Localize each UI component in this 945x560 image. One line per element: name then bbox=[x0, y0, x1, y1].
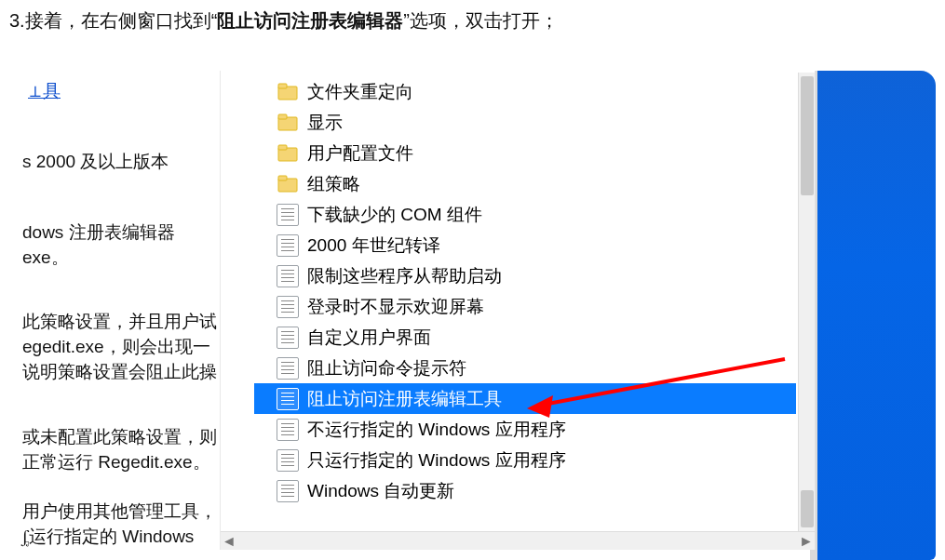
desktop-background bbox=[817, 71, 936, 560]
policy-list: 文件夹重定向显示用户配置文件组策略下载缺少的 COM 组件2000 年世纪转译限… bbox=[254, 76, 796, 529]
setting-icon bbox=[277, 357, 299, 380]
list-item-label: 只运行指定的 Windows 应用程序 bbox=[307, 448, 566, 473]
scroll-thumb-top[interactable] bbox=[801, 76, 814, 195]
list-item-label: 组策略 bbox=[307, 172, 360, 196]
setting-icon bbox=[277, 234, 299, 257]
list-item[interactable]: 显示 bbox=[254, 107, 796, 138]
folder-icon bbox=[277, 173, 299, 195]
fragment-bb: exe。 bbox=[22, 245, 69, 270]
list-item[interactable]: 阻止访问注册表编辑工具 bbox=[254, 383, 796, 414]
list-item[interactable]: 下载缺少的 COM 组件 bbox=[254, 199, 796, 230]
horizontal-scrollbar[interactable]: ◄ ► bbox=[221, 531, 815, 550]
setting-icon bbox=[277, 265, 299, 287]
policy-list-panel: 文件夹重定向显示用户配置文件组策略下载缺少的 COM 组件2000 年世纪转译限… bbox=[220, 71, 816, 550]
setting-icon bbox=[277, 327, 299, 349]
fragment-c: 此策略设置，并且用户试 bbox=[22, 309, 217, 334]
instr-prefix: 3.接着，在右侧窗口找到“ bbox=[9, 10, 217, 31]
list-item[interactable]: 文件夹重定向 bbox=[254, 76, 796, 107]
instr-suffix: ”选项，双击打开； bbox=[403, 10, 559, 31]
list-item-label: 阻止访问命令提示符 bbox=[307, 356, 466, 380]
list-item[interactable]: 2000 年世纪转译 bbox=[254, 230, 796, 260]
list-item-label: 不运行指定的 Windows 应用程序 bbox=[307, 418, 566, 442]
list-item-label: 文件夹重定向 bbox=[307, 80, 413, 104]
folder-icon bbox=[277, 81, 299, 103]
fragment-d2: 正常运行 Regedit.exe。 bbox=[22, 449, 210, 474]
scroll-thumb-bottom[interactable] bbox=[801, 490, 814, 527]
setting-icon bbox=[277, 296, 299, 318]
folder-icon bbox=[277, 142, 299, 165]
list-item[interactable]: 阻止访问命令提示符 bbox=[254, 353, 796, 383]
list-item-label: 下载缺少的 COM 组件 bbox=[307, 203, 482, 227]
list-item[interactable]: 组策略 bbox=[254, 168, 796, 199]
fragment-link: ⊥具 bbox=[28, 79, 61, 103]
setting-icon bbox=[277, 388, 299, 410]
scroll-left-arrow[interactable]: ◄ bbox=[221, 532, 237, 550]
list-item[interactable]: Windows 自动更新 bbox=[254, 475, 796, 506]
scroll-right-arrow[interactable]: ► bbox=[798, 532, 815, 550]
list-item[interactable]: 限制这些程序从帮助启动 bbox=[254, 260, 796, 291]
setting-icon bbox=[277, 480, 299, 502]
list-item[interactable]: 用户配置文件 bbox=[254, 138, 796, 168]
fragment-b: dows 注册表编辑器 bbox=[22, 220, 175, 245]
list-item-label: 显示 bbox=[307, 111, 343, 135]
step-instruction: 3.接着，在右侧窗口找到“阻止访问注册表编辑器”选项，双击打开； bbox=[0, 0, 945, 45]
list-item[interactable]: 登录时不显示欢迎屏幕 bbox=[254, 291, 796, 322]
list-item-label: Windows 自动更新 bbox=[307, 479, 454, 503]
list-item[interactable]: 只运行指定的 Windows 应用程序 bbox=[254, 445, 796, 475]
setting-icon bbox=[277, 419, 299, 441]
fragment-d: 或未配置此策略设置，则 bbox=[22, 424, 217, 449]
list-item-label: 自定义用户界面 bbox=[307, 326, 431, 350]
list-item-label: 限制这些程序从帮助启动 bbox=[307, 264, 502, 288]
setting-icon bbox=[277, 449, 299, 472]
fragment-e: 用户使用其他管理工具， bbox=[22, 499, 217, 524]
fragment-a: s 2000 及以上版本 bbox=[22, 149, 169, 174]
list-item-label: 阻止访问注册表编辑工具 bbox=[307, 387, 502, 411]
fragment-c3: 说明策略设置会阻止此操 bbox=[22, 359, 217, 384]
vertical-scrollbar[interactable] bbox=[798, 73, 815, 531]
list-item[interactable]: 自定义用户界面 bbox=[254, 322, 796, 353]
svg-rect-1 bbox=[278, 84, 287, 88]
fragment-c2: egedit.exe，则会出现一 bbox=[22, 334, 210, 359]
fragment-e2: ᶋ运行指定的 Windows bbox=[22, 524, 194, 549]
list-item-label: 2000 年世纪转译 bbox=[307, 233, 440, 258]
list-item-label: 用户配置文件 bbox=[307, 141, 413, 166]
folder-icon bbox=[277, 112, 299, 134]
svg-rect-3 bbox=[278, 114, 287, 119]
list-item[interactable]: 不运行指定的 Windows 应用程序 bbox=[254, 414, 796, 445]
svg-rect-5 bbox=[278, 145, 287, 150]
screenshot-area: ⊥具 s 2000 及以上版本 dows 注册表编辑器 exe。 此策略设置，并… bbox=[17, 71, 936, 560]
instr-bold: 阻止访问注册表编辑器 bbox=[217, 10, 403, 31]
list-item-label: 登录时不显示欢迎屏幕 bbox=[307, 295, 484, 319]
setting-icon bbox=[277, 204, 299, 226]
svg-rect-7 bbox=[278, 176, 287, 180]
